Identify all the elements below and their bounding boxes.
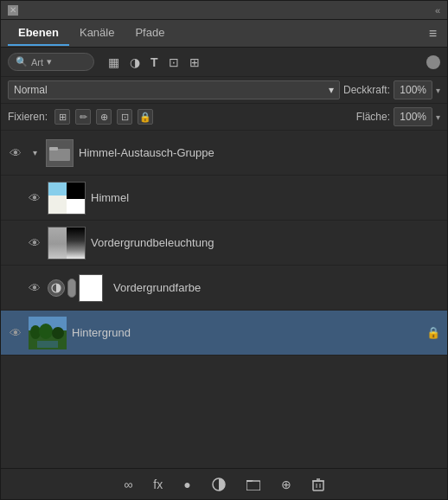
layer-item-vordergrundbeleuchtung[interactable]: 👁 Vordergrundbeleuchtung bbox=[1, 221, 447, 266]
hg-thumbnail bbox=[29, 317, 67, 349]
layer-thumb-hg bbox=[29, 317, 67, 349]
search-text: Art bbox=[31, 57, 43, 67]
layers-panel: ✕ « Ebenen Kanäle Pfade ≡ 🔍 Art ▾ ▦ ◑ T … bbox=[0, 0, 448, 500]
panel-menu-button[interactable]: ≡ bbox=[426, 22, 440, 45]
fx-button[interactable]: fx bbox=[150, 474, 166, 495]
visibility-eye-himmel[interactable]: 👁 bbox=[27, 190, 42, 206]
adjustment-button[interactable] bbox=[208, 474, 229, 495]
thumb-himmel-color bbox=[48, 183, 67, 215]
tab-pfade[interactable]: Pfade bbox=[125, 21, 175, 46]
layer-item-vordergrundfarbe[interactable]: 👁 Vordergrundfarbe bbox=[1, 266, 447, 311]
svg-point-7 bbox=[52, 327, 64, 339]
opacity-chevron-icon[interactable]: ▾ bbox=[436, 86, 440, 95]
layer-thumb-vb bbox=[48, 227, 86, 260]
vf-adjustment-icon bbox=[48, 279, 65, 297]
layer-name-vf: Vordergrundfarbe bbox=[113, 281, 440, 294]
group-folder-thumb bbox=[46, 139, 74, 167]
title-bar: ✕ « bbox=[1, 1, 447, 20]
tab-kanaele[interactable]: Kanäle bbox=[69, 21, 125, 46]
thumb-himmel-mask bbox=[67, 183, 85, 215]
svg-rect-0 bbox=[49, 149, 70, 161]
layer-item-hintergrund[interactable]: 👁 Hintergrund 🔒 bbox=[1, 311, 447, 356]
opacity-input[interactable]: 100% bbox=[394, 80, 432, 99]
svg-point-6 bbox=[39, 324, 53, 339]
half-circle-icon bbox=[51, 283, 61, 293]
vf-icons-group bbox=[48, 274, 103, 302]
tabs-row: Ebenen Kanäle Pfade ≡ bbox=[1, 20, 447, 48]
opacity-label: Deckkraft: bbox=[343, 84, 390, 96]
visibility-eye-hg[interactable]: 👁 bbox=[8, 325, 23, 341]
new-group-button[interactable] bbox=[243, 475, 264, 494]
svg-rect-10 bbox=[246, 481, 260, 490]
folder-icon bbox=[49, 145, 70, 161]
layer-thumb-himmel bbox=[48, 182, 86, 215]
filter-smart-icon[interactable]: ⊞ bbox=[188, 54, 202, 71]
lock-all-button[interactable]: 🔒 bbox=[138, 109, 153, 125]
lock-artboard-button[interactable]: ⊡ bbox=[117, 109, 132, 125]
visibility-eye-vf[interactable]: 👁 bbox=[27, 280, 42, 296]
layer-name-himmel: Himmel bbox=[91, 191, 440, 204]
search-chevron-icon: ▾ bbox=[47, 56, 52, 67]
blend-mode-chevron-icon: ▾ bbox=[329, 84, 334, 96]
layer-item-himmel[interactable]: 👁 Himmel bbox=[1, 176, 447, 221]
filter-text-icon[interactable]: T bbox=[149, 54, 160, 71]
thumb-vb-color bbox=[48, 228, 67, 260]
svg-rect-1 bbox=[49, 147, 58, 151]
trash-icon bbox=[312, 478, 324, 491]
lock-position-button[interactable]: ⊕ bbox=[96, 109, 112, 125]
thumb-vb-mask bbox=[67, 228, 85, 260]
opacity-group: Deckkraft: 100% ▾ bbox=[343, 80, 440, 99]
lock-fill-row: Fixieren: ⊞ ✏ ⊕ ⊡ 🔒 Fläche: 100% ▾ bbox=[1, 104, 447, 131]
filter-icons: ▦ ◑ T ⊡ ⊞ bbox=[99, 54, 421, 71]
blend-mode-label: Normal bbox=[14, 84, 48, 96]
visibility-eye-vb[interactable]: 👁 bbox=[27, 235, 42, 251]
blend-mode-select[interactable]: Normal ▾ bbox=[8, 80, 340, 99]
new-layer-button[interactable]: ⊕ bbox=[278, 474, 295, 495]
fill-input[interactable]: 100% bbox=[394, 107, 432, 126]
vf-thermometer-icon bbox=[67, 279, 76, 298]
search-box[interactable]: 🔍 Art ▾ bbox=[8, 53, 94, 71]
layer-name-hg: Hintergrund bbox=[72, 326, 421, 339]
filter-row: 🔍 Art ▾ ▦ ◑ T ⊡ ⊞ bbox=[1, 48, 447, 77]
lock-image-button[interactable]: ✏ bbox=[75, 109, 91, 125]
hg-thumb-svg bbox=[29, 317, 67, 349]
title-bar-left: ✕ bbox=[8, 5, 18, 16]
link-button[interactable]: ∞ bbox=[120, 474, 136, 495]
folder-new-icon bbox=[246, 478, 260, 490]
layer-name-vb: Vordergrundbeleuchtung bbox=[91, 236, 440, 249]
close-button[interactable]: ✕ bbox=[8, 5, 18, 16]
collapse-button[interactable]: « bbox=[435, 5, 440, 16]
tab-ebenen[interactable]: Ebenen bbox=[8, 21, 69, 46]
fill-group: Fläche: 100% ▾ bbox=[356, 107, 440, 126]
delete-button[interactable] bbox=[309, 474, 328, 495]
layer-name-group: Himmel-Austausch-Gruppe bbox=[79, 146, 440, 159]
filter-toggle-button[interactable] bbox=[426, 55, 440, 69]
layers-list: 👁 ▾ Himmel-Austausch-Gruppe 👁 Himmel 👁 bbox=[1, 131, 447, 468]
visibility-eye-group[interactable]: 👁 bbox=[8, 145, 23, 161]
blend-opacity-row: Normal ▾ Deckkraft: 100% ▾ bbox=[1, 77, 447, 104]
layer-lock-icon: 🔒 bbox=[426, 326, 440, 339]
lock-transparent-button[interactable]: ⊞ bbox=[54, 109, 70, 125]
layer-item-group[interactable]: 👁 ▾ Himmel-Austausch-Gruppe bbox=[1, 131, 447, 176]
vf-white-thumb bbox=[79, 274, 103, 302]
filter-image-icon[interactable]: ▦ bbox=[106, 54, 121, 71]
filter-adjustment-icon[interactable]: ◑ bbox=[128, 54, 142, 71]
filter-shape-icon[interactable]: ⊡ bbox=[167, 54, 181, 71]
bottom-toolbar: ∞ fx ● ⊕ bbox=[1, 468, 447, 499]
fill-label: Fläche: bbox=[356, 111, 390, 123]
svg-rect-8 bbox=[37, 341, 58, 348]
adjustment-icon bbox=[212, 478, 226, 491]
lock-label: Fixieren: bbox=[8, 111, 48, 123]
expand-arrow-group[interactable]: ▾ bbox=[29, 147, 41, 159]
fill-chevron-icon[interactable]: ▾ bbox=[436, 112, 440, 122]
svg-rect-11 bbox=[313, 481, 323, 490]
search-icon: 🔍 bbox=[16, 56, 28, 67]
mask-button[interactable]: ● bbox=[180, 474, 194, 495]
